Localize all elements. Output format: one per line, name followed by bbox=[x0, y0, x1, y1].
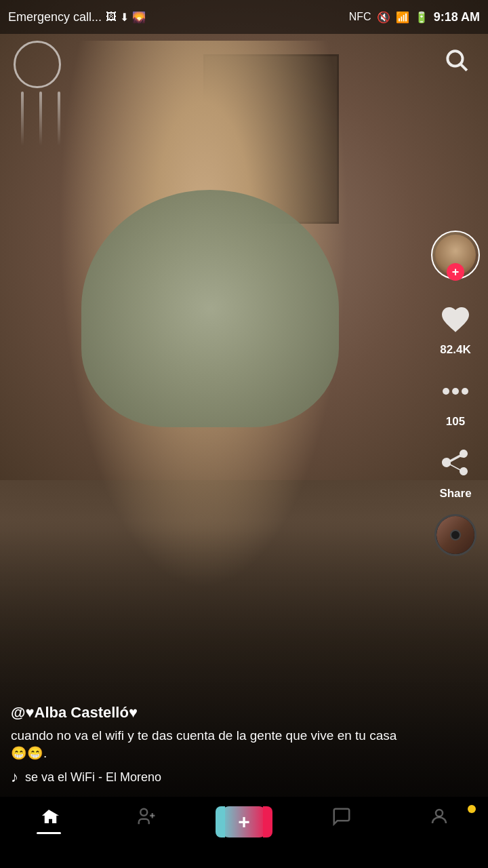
like-action-group: 82.4K bbox=[434, 298, 476, 357]
status-left: Emergency call... 🖼 ⬇ 🌄 bbox=[8, 10, 146, 24]
nav-create[interactable]: + bbox=[195, 804, 293, 837]
photo-icon: 🌄 bbox=[132, 11, 146, 24]
nav-profile[interactable] bbox=[390, 804, 488, 830]
svg-point-2 bbox=[443, 388, 449, 395]
notification-dot bbox=[468, 805, 476, 813]
svg-point-0 bbox=[447, 51, 462, 66]
clock: 9:18 AM bbox=[434, 10, 480, 24]
share-label: Share bbox=[439, 487, 471, 500]
nav-inbox[interactable] bbox=[293, 804, 390, 830]
comment-action-group: 105 bbox=[434, 370, 476, 429]
comment-icon bbox=[439, 375, 472, 408]
search-icon bbox=[443, 47, 469, 73]
comment-count: 105 bbox=[446, 415, 465, 429]
dreamcatcher-decoration bbox=[14, 41, 68, 176]
create-button[interactable]: + bbox=[221, 806, 267, 837]
svg-line-1 bbox=[461, 64, 467, 71]
nav-home[interactable] bbox=[0, 804, 98, 830]
mute-icon: 🔇 bbox=[377, 11, 390, 24]
bottom-navigation: + bbox=[0, 797, 488, 868]
like-count: 82.4K bbox=[440, 343, 470, 357]
nfc-icon: NFC bbox=[349, 11, 371, 23]
status-bar: Emergency call... 🖼 ⬇ 🌄 NFC 🔇 📶 🔋 9:18 A… bbox=[0, 0, 488, 34]
battery-download-icon: ⬇ bbox=[120, 11, 129, 24]
emergency-call-text: Emergency call... bbox=[8, 10, 102, 24]
share-button[interactable] bbox=[434, 442, 476, 484]
music-note-icon: ♪ bbox=[11, 768, 18, 786]
svg-point-4 bbox=[462, 388, 468, 395]
like-button[interactable] bbox=[434, 298, 476, 340]
follow-button[interactable]: + bbox=[447, 263, 464, 281]
right-action-sidebar: + 82.4K 105 Share bbox=[431, 231, 480, 556]
wifi-icon: 📶 bbox=[396, 11, 409, 24]
share-icon bbox=[439, 447, 472, 479]
status-right: NFC 🔇 📶 🔋 9:18 AM bbox=[349, 10, 480, 24]
share-action-group: Share bbox=[434, 442, 476, 500]
inbox-icon bbox=[331, 806, 352, 830]
home-icon bbox=[39, 806, 59, 830]
search-button[interactable] bbox=[437, 41, 474, 78]
battery-icon: 🔋 bbox=[415, 11, 428, 24]
status-icons: 🖼 ⬇ 🌄 bbox=[106, 11, 146, 24]
nav-discover[interactable] bbox=[98, 804, 195, 830]
plus-icon: + bbox=[238, 810, 250, 833]
svg-point-5 bbox=[140, 809, 147, 816]
discover-icon bbox=[136, 806, 157, 830]
svg-point-3 bbox=[452, 388, 459, 395]
svg-point-8 bbox=[436, 810, 443, 816]
heart-icon bbox=[439, 303, 472, 336]
creator-avatar-container[interactable]: + bbox=[431, 231, 480, 279]
video-info-overlay: @♥Alba Castelló♥ cuando no va el wifi y … bbox=[0, 704, 427, 797]
creator-username[interactable]: @♥Alba Castelló♥ bbox=[11, 704, 416, 722]
music-info[interactable]: ♪ se va el WiFi - El Moreno bbox=[11, 768, 416, 786]
video-description: cuando no va el wifi y te das cuenta de … bbox=[11, 727, 416, 763]
music-disc[interactable] bbox=[434, 514, 476, 556]
comment-button[interactable] bbox=[434, 370, 476, 412]
music-title: se va el WiFi - El Moreno bbox=[25, 770, 161, 785]
gallery-icon: 🖼 bbox=[106, 11, 117, 23]
profile-icon bbox=[429, 806, 449, 830]
